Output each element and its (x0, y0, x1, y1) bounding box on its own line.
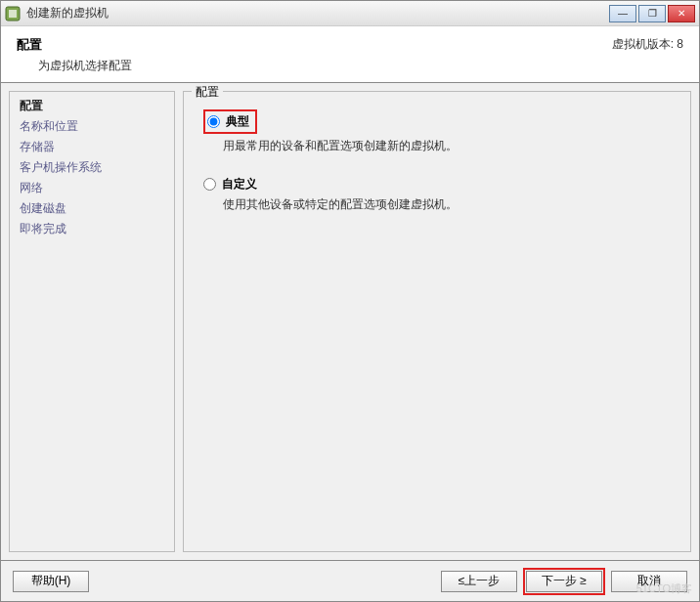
wizard-footer: 帮助(H) ≤上一步 下一步 ≥ 取消 (1, 560, 699, 601)
sidebar-step-create-disk[interactable]: 创建磁盘 (20, 200, 164, 217)
next-button-highlight: 下一步 ≥ (523, 568, 605, 595)
fieldset-legend: 配置 (192, 84, 223, 101)
option-custom: 自定义 使用其他设备或特定的配置选项创建虚拟机。 (203, 176, 675, 213)
cancel-button[interactable]: 取消 (611, 571, 687, 592)
svg-rect-1 (9, 10, 17, 18)
vm-version-label: 虚拟机版本: 8 (612, 36, 683, 53)
titlebar: 创建新的虚拟机 — ❐ ✕ (1, 1, 699, 26)
radio-typical[interactable] (207, 115, 220, 128)
sidebar-step-config[interactable]: 配置 (20, 98, 164, 114)
radio-custom-desc: 使用其他设备或特定的配置选项创建虚拟机。 (223, 196, 675, 213)
option-typical: 典型 用最常用的设备和配置选项创建新的虚拟机。 (203, 109, 675, 154)
sidebar-step-guest-os[interactable]: 客户机操作系统 (20, 159, 164, 176)
wizard-content: 配置 典型 用最常用的设备和配置选项创建新的虚拟机。 自定义 (183, 91, 691, 552)
close-button[interactable]: ✕ (668, 5, 695, 22)
window-controls: — ❐ ✕ (609, 5, 695, 22)
wizard-steps-sidebar: 配置 名称和位置 存储器 客户机操作系统 网络 创建磁盘 即将完成 (9, 91, 175, 552)
page-subtitle: 为虚拟机选择配置 (38, 58, 132, 74)
wizard-header: 配置 为虚拟机选择配置 虚拟机版本: 8 (1, 26, 699, 83)
maximize-button[interactable]: ❐ (638, 5, 666, 22)
window-title: 创建新的虚拟机 (26, 5, 609, 22)
next-button[interactable]: 下一步 ≥ (526, 571, 602, 592)
vm-wizard-icon (5, 6, 21, 22)
radio-custom-label: 自定义 (222, 176, 257, 193)
option-typical-highlight: 典型 (203, 109, 257, 134)
minimize-button[interactable]: — (609, 5, 636, 22)
radio-typical-desc: 用最常用的设备和配置选项创建新的虚拟机。 (223, 138, 675, 154)
radio-custom[interactable] (203, 178, 216, 191)
radio-typical-label: 典型 (226, 113, 249, 130)
sidebar-step-storage[interactable]: 存储器 (20, 139, 164, 155)
sidebar-step-name-location[interactable]: 名称和位置 (20, 118, 164, 135)
sidebar-step-network[interactable]: 网络 (20, 180, 164, 196)
page-title: 配置 (17, 36, 132, 54)
sidebar-step-ready[interactable]: 即将完成 (20, 221, 164, 237)
help-button[interactable]: 帮助(H) (13, 571, 89, 592)
back-button[interactable]: ≤上一步 (441, 571, 517, 592)
